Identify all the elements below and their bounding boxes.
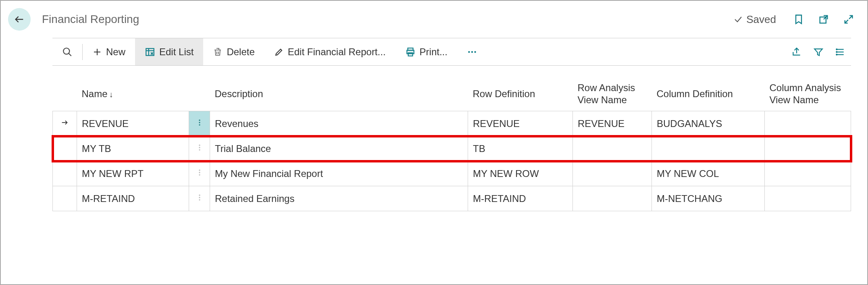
- kebab-icon: [196, 117, 204, 131]
- share-button[interactable]: [786, 38, 808, 65]
- svg-line-3: [849, 16, 852, 19]
- cell-description[interactable]: Retained Earnings: [210, 186, 468, 211]
- delete-icon: [213, 47, 223, 57]
- row-menu-button[interactable]: [189, 136, 210, 161]
- cell-column-analysis-view[interactable]: [765, 136, 851, 161]
- print-icon: [405, 47, 416, 57]
- arrow-right-icon: [60, 118, 69, 129]
- row-menu-button[interactable]: [189, 186, 210, 211]
- column-header-select: [53, 77, 77, 111]
- cell-name[interactable]: MY NEW RPT: [77, 161, 189, 186]
- table-row[interactable]: MY NEW RPTMy New Financial ReportMY NEW …: [53, 161, 851, 186]
- edit-list-icon: [145, 47, 155, 57]
- table-row[interactable]: REVENUERevenuesREVENUEREVENUEBUDGANALYS: [53, 111, 851, 136]
- svg-point-31: [199, 144, 200, 146]
- cell-column-analysis-view[interactable]: [765, 186, 851, 211]
- saved-label: Saved: [746, 13, 776, 26]
- column-header-row-analysis-view[interactable]: Row Analysis View Name: [573, 77, 652, 111]
- svg-point-36: [199, 174, 200, 175]
- column-header-name[interactable]: Name↓: [77, 77, 189, 111]
- ellipsis-icon: [467, 47, 477, 57]
- bookmark-icon[interactable]: [792, 13, 805, 26]
- new-label: New: [106, 46, 125, 58]
- svg-point-24: [836, 49, 837, 50]
- cell-column-definition[interactable]: MY NEW COL: [652, 161, 765, 186]
- kebab-icon: [196, 194, 204, 205]
- svg-point-29: [199, 122, 200, 123]
- cell-row-definition[interactable]: REVENUE: [468, 111, 573, 136]
- cell-column-definition[interactable]: M-NETCHANG: [652, 186, 765, 211]
- svg-marker-20: [814, 49, 822, 55]
- row-selector[interactable]: [53, 161, 77, 186]
- toolbar: New Edit List Delete Edit Financial Repo…: [52, 38, 851, 66]
- filter-icon: [813, 47, 824, 57]
- cell-column-analysis-view[interactable]: [765, 111, 851, 136]
- cell-description[interactable]: Revenues: [210, 111, 468, 136]
- svg-point-37: [199, 194, 200, 196]
- pencil-icon: [274, 47, 284, 57]
- row-menu-button[interactable]: [189, 161, 210, 186]
- svg-point-19: [474, 51, 476, 52]
- cell-description[interactable]: My New Financial Report: [210, 161, 468, 186]
- row-menu-button[interactable]: [189, 111, 210, 136]
- filter-button[interactable]: [808, 38, 829, 65]
- row-selector[interactable]: [53, 136, 77, 161]
- svg-point-5: [63, 48, 69, 54]
- cell-name[interactable]: REVENUE: [77, 111, 189, 136]
- search-icon: [62, 47, 73, 57]
- column-header-column-analysis-view[interactable]: Column Analysis View Name: [765, 77, 851, 111]
- svg-point-30: [199, 124, 200, 125]
- cell-description[interactable]: Trial Balance: [210, 136, 468, 161]
- more-actions-button[interactable]: [457, 38, 487, 65]
- sort-indicator: ↓: [109, 90, 113, 99]
- delete-button[interactable]: Delete: [203, 38, 264, 65]
- table-row[interactable]: MY TBTrial BalanceTB: [53, 136, 851, 161]
- svg-point-26: [836, 54, 837, 55]
- cell-column-analysis-view[interactable]: [765, 161, 851, 186]
- svg-point-34: [199, 169, 200, 171]
- popout-icon[interactable]: [817, 13, 830, 26]
- list-view-button[interactable]: [829, 38, 851, 65]
- cell-column-definition[interactable]: [652, 136, 765, 161]
- print-label: Print...: [420, 46, 448, 58]
- cell-row-definition[interactable]: TB: [468, 136, 573, 161]
- column-header-column-definition[interactable]: Column Definition: [652, 77, 765, 111]
- svg-point-32: [199, 147, 200, 148]
- financial-reporting-grid: Name↓ Description Row Definition Row Ana…: [52, 77, 851, 211]
- cell-row-analysis-view[interactable]: REVENUE: [573, 111, 652, 136]
- new-button[interactable]: New: [83, 38, 135, 65]
- cell-column-definition[interactable]: BUDGANALYS: [652, 111, 765, 136]
- table-row[interactable]: M-RETAINDRetained EarningsM-RETAINDM-NET…: [53, 186, 851, 211]
- row-selector[interactable]: [53, 186, 77, 211]
- svg-line-4: [845, 20, 848, 23]
- cell-row-analysis-view[interactable]: [573, 136, 652, 161]
- print-button[interactable]: Print...: [395, 38, 457, 65]
- column-header-row-definition[interactable]: Row Definition: [468, 77, 573, 111]
- share-icon: [791, 47, 802, 57]
- back-button[interactable]: [8, 8, 31, 31]
- svg-point-17: [468, 51, 470, 52]
- cell-name[interactable]: M-RETAIND: [77, 186, 189, 211]
- cell-name[interactable]: MY TB: [77, 136, 189, 161]
- plus-icon: [92, 47, 102, 57]
- edit-financial-report-label: Edit Financial Report...: [288, 46, 386, 58]
- column-header-description[interactable]: Description: [210, 77, 468, 111]
- svg-point-38: [199, 197, 200, 198]
- cell-row-analysis-view[interactable]: [573, 186, 652, 211]
- svg-point-28: [199, 119, 200, 121]
- cell-row-definition[interactable]: M-RETAIND: [468, 186, 573, 211]
- page-title: Financial Reporting: [42, 13, 733, 26]
- svg-point-18: [471, 51, 473, 52]
- svg-line-2: [824, 16, 827, 19]
- edit-list-button[interactable]: Edit List: [135, 38, 203, 65]
- row-selector[interactable]: [53, 111, 77, 136]
- check-icon: [733, 15, 743, 24]
- svg-point-35: [199, 172, 200, 173]
- search-button[interactable]: [52, 38, 82, 65]
- expand-icon[interactable]: [842, 13, 855, 26]
- delete-label: Delete: [227, 46, 254, 58]
- saved-status: Saved: [733, 13, 776, 26]
- cell-row-analysis-view[interactable]: [573, 161, 652, 186]
- cell-row-definition[interactable]: MY NEW ROW: [468, 161, 573, 186]
- edit-financial-report-button[interactable]: Edit Financial Report...: [264, 38, 395, 65]
